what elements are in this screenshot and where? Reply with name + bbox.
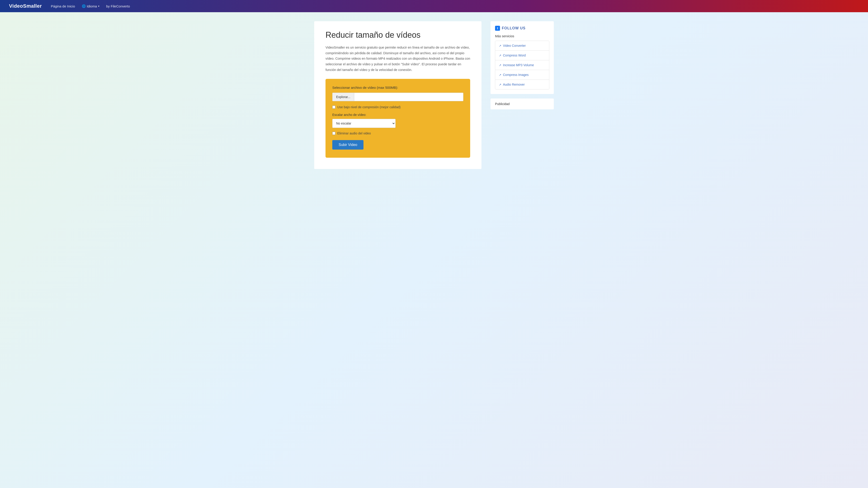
sidebar: f FOLLOW US Más servicios ↗ Video Conver… (491, 21, 554, 109)
compression-label[interactable]: Use bajo nivel de compresión (mejor cali… (337, 105, 401, 109)
service-label: Increase MP3 Volume (503, 63, 534, 67)
nav-idioma[interactable]: 🌐 Idioma ▾ (82, 4, 99, 8)
service-item-video-converter[interactable]: ↗ Video Converter (495, 41, 549, 51)
external-link-icon: ↗ (499, 54, 501, 57)
service-label: Audio Remover (503, 83, 525, 86)
site-header: VideoSmaller Página de Inicio 🌐 Idioma ▾… (0, 0, 868, 12)
page-title: Reducir tamaño de vídeos (326, 30, 470, 40)
page-description: VideoSmaller es un servicio gratuito que… (326, 45, 470, 72)
services-list: ↗ Video Converter ↗ Compress Word ↗ Incr… (495, 41, 549, 90)
facebook-icon: f (495, 26, 500, 31)
external-link-icon: ↗ (499, 44, 501, 47)
globe-icon: 🌐 (82, 4, 86, 8)
service-item-audio-remover[interactable]: ↗ Audio Remover (495, 80, 549, 89)
audio-label[interactable]: Eliminar audio del video (337, 131, 371, 135)
nav-home[interactable]: Página de Inicio (51, 4, 75, 8)
submit-button[interactable]: Subir Video (332, 140, 364, 150)
follow-us-section: f FOLLOW US Más servicios ↗ Video Conver… (491, 21, 554, 94)
audio-checkbox[interactable] (332, 132, 336, 135)
scale-label: Escalar ancho de vídeo: (332, 113, 463, 117)
compression-checkbox-row: Use bajo nivel de compresión (mejor cali… (332, 105, 463, 109)
follow-us-text: FOLLOW US (502, 26, 526, 30)
external-link-icon: ↗ (499, 83, 501, 86)
file-input-row: Explorar... (332, 93, 463, 101)
chevron-down-icon: ▾ (98, 5, 99, 8)
external-link-icon: ↗ (499, 73, 501, 76)
compression-checkbox[interactable] (332, 105, 336, 109)
service-item-compress-images[interactable]: ↗ Compress Images (495, 70, 549, 80)
file-label: Seleccionar archivo de vídeo (max 500MB)… (332, 86, 463, 90)
service-label: Compress Images (503, 73, 529, 76)
file-name-display (354, 95, 463, 99)
browse-button[interactable]: Explorar... (333, 93, 354, 101)
service-item-compress-word[interactable]: ↗ Compress Word (495, 51, 549, 60)
upload-form: Seleccionar archivo de vídeo (max 500MB)… (326, 79, 470, 158)
publicidad-label: Publicidad (495, 102, 549, 106)
service-label: Video Converter (503, 44, 526, 47)
main-content: Reducir tamaño de vídeos VideoSmaller es… (314, 21, 482, 169)
service-item-increase-mp3[interactable]: ↗ Increase MP3 Volume (495, 60, 549, 70)
site-brand[interactable]: VideoSmaller (9, 3, 42, 9)
publicidad-section: Publicidad (491, 98, 554, 109)
nav-by-fileconverto[interactable]: by FileConverto (106, 4, 130, 8)
audio-checkbox-row: Eliminar audio del video (332, 131, 463, 135)
scale-select[interactable]: No escalar 320 480 640 720 1024 1280 (332, 119, 396, 128)
follow-us-title: f FOLLOW US (495, 26, 549, 31)
service-label: Compress Word (503, 54, 526, 57)
page-wrapper: Reducir tamaño de vídeos VideoSmaller es… (310, 12, 558, 178)
mas-servicios-label: Más servicios (495, 34, 549, 38)
external-link-icon: ↗ (499, 64, 501, 67)
main-nav: Página de Inicio 🌐 Idioma ▾ by FileConve… (51, 4, 130, 8)
